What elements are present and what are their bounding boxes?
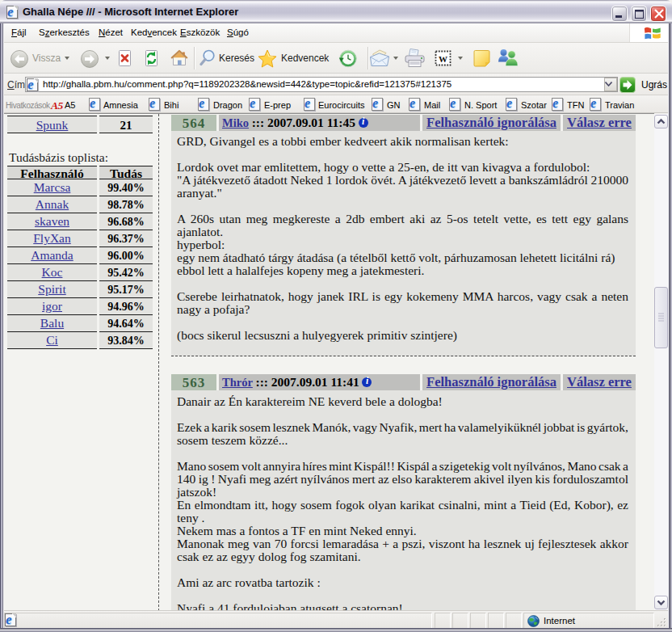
svg-text:W: W [439, 54, 447, 64]
